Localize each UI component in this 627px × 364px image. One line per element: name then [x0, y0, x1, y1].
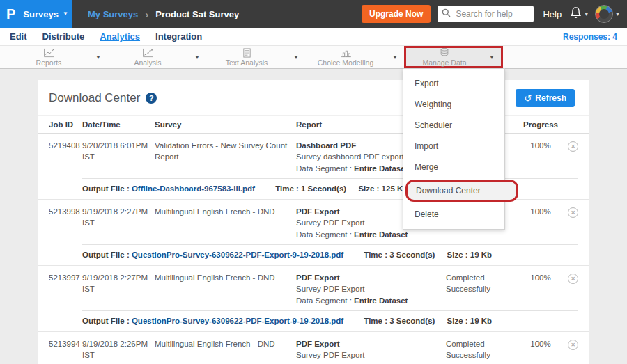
- header-survey: Survey: [155, 120, 296, 129]
- menu-item-download-center[interactable]: Download Center: [405, 180, 518, 202]
- responses-count: Responses: 4: [563, 32, 617, 42]
- breadcrumb-my-surveys[interactable]: My Surveys: [88, 9, 138, 19]
- manage-data-dropdown-caret[interactable]: [483, 48, 501, 66]
- toolbar-label: Text Analysis: [226, 58, 268, 67]
- job-time: Time : 1 Second(s): [275, 184, 346, 193]
- scatter-chart-icon: [142, 48, 154, 58]
- tab-integration[interactable]: Integration: [155, 31, 202, 42]
- tab-distribute[interactable]: Distribute: [42, 31, 85, 42]
- menu-item-import[interactable]: Import: [403, 136, 504, 157]
- search-icon: [442, 8, 451, 20]
- table-row: 5213994 9/19/2018 2:26PMIST Multilingual…: [38, 332, 589, 364]
- job-progress: 100%: [522, 272, 559, 306]
- job-survey: Multilingual English French - DND: [155, 338, 296, 364]
- job-status: Completed Successfully: [446, 338, 522, 364]
- choice-modelling-button[interactable]: Choice Modelling: [305, 46, 386, 68]
- analysis-button[interactable]: Analysis: [107, 46, 188, 68]
- download-center-panel: Download Center Refresh Job ID Date/Time…: [38, 80, 589, 364]
- refresh-button[interactable]: Refresh: [516, 89, 575, 107]
- toolbar-label: Choice Modelling: [318, 58, 374, 67]
- job-date: 9/19/2018 2:27PMIST: [82, 272, 155, 306]
- toolbar-label: Reports: [36, 58, 62, 67]
- question-circle-icon[interactable]: [146, 93, 157, 104]
- reports-button[interactable]: Reports: [8, 46, 89, 68]
- manage-data-button[interactable]: Manage Data: [406, 48, 483, 66]
- analysis-dropdown-caret[interactable]: [188, 46, 206, 68]
- circle-x-icon[interactable]: [568, 207, 578, 218]
- job-report: PDF ExportSurvey PDF ExportData Segment …: [296, 338, 446, 364]
- header-date-time: Date/Time: [82, 120, 155, 129]
- refresh-label: Refresh: [535, 93, 566, 103]
- text-document-icon: [242, 48, 252, 58]
- job-report: PDF ExportSurvey PDF ExportData Segment …: [296, 272, 446, 306]
- refresh-arrow-icon: [524, 94, 532, 103]
- output-file-row: Output File : QuestionPro-Survey-6309622…: [82, 244, 578, 265]
- table-row: 5213997 9/19/2018 2:27PMIST Multilingual…: [38, 266, 589, 332]
- table-header-row: Job ID Date/Time Survey Report Progress: [38, 115, 589, 134]
- job-progress: 100%: [522, 338, 559, 364]
- caret-down-icon: [63, 11, 68, 17]
- table-row: 5213998 9/19/2018 2:27PMIST Multilingual…: [38, 200, 589, 266]
- panel-header: Download Center Refresh: [38, 80, 589, 115]
- text-analysis-button[interactable]: Text Analysis: [206, 46, 287, 68]
- surveys-product-menu[interactable]: P Surveys: [0, 0, 72, 28]
- menu-item-weighting[interactable]: Weighting: [403, 94, 504, 115]
- job-progress: 100%: [522, 206, 559, 240]
- analytics-toolbar: Reports Analysis Text Analysis: [0, 45, 627, 69]
- job-size: Size : 19 Kb: [447, 251, 493, 259]
- tab-analytics[interactable]: Analytics: [100, 31, 140, 42]
- questionpro-app: P Surveys My Surveys Product Sat Survey …: [0, 0, 627, 364]
- search-input[interactable]: [454, 8, 532, 19]
- product-menu-label: Surveys: [23, 9, 59, 19]
- job-time: Time : 3 Second(s): [364, 317, 435, 325]
- output-file-link[interactable]: QuestionPro-Survey-6309622-PDF-Export-9-…: [132, 251, 343, 259]
- output-file-row: Output File : QuestionPro-Survey-6309622…: [82, 310, 578, 331]
- account-menu[interactable]: [595, 5, 620, 23]
- job-date: 9/19/2018 2:26PMIST: [82, 338, 155, 364]
- menu-item-export[interactable]: Export: [403, 73, 504, 94]
- job-time: Time : 3 Second(s): [364, 251, 435, 259]
- output-file-link[interactable]: Offline-Dashboard-967583-iii.pdf: [132, 184, 255, 193]
- caret-down-icon: [615, 12, 620, 17]
- circle-x-icon[interactable]: [568, 141, 578, 152]
- upgrade-now-button[interactable]: Upgrade Now: [362, 5, 431, 23]
- help-search-box[interactable]: [438, 6, 534, 22]
- job-id: 5213997: [49, 272, 82, 306]
- job-date: 9/19/2018 2:27PMIST: [82, 206, 155, 240]
- output-file-link[interactable]: QuestionPro-Survey-6309622-PDF-Export-9-…: [132, 317, 343, 325]
- job-status: Completed Successfully: [446, 272, 522, 306]
- job-size: Size : 19 Kb: [447, 317, 493, 325]
- menu-item-delete[interactable]: Delete: [403, 204, 504, 225]
- questionpro-logo-icon: P: [6, 6, 15, 22]
- job-id: 5213998: [49, 206, 82, 240]
- bell-icon: [570, 6, 582, 22]
- help-link[interactable]: Help: [543, 9, 562, 19]
- menu-item-merge[interactable]: Merge: [403, 157, 504, 177]
- page-title: Download Center: [49, 91, 140, 105]
- job-survey: Multilingual English French - DND: [155, 206, 296, 240]
- bar-chart-icon: [340, 48, 352, 58]
- menu-item-scheduler[interactable]: Scheduler: [403, 115, 504, 136]
- text-analysis-dropdown-caret[interactable]: [287, 46, 305, 68]
- choice-modelling-dropdown-caret[interactable]: [386, 46, 404, 68]
- circle-x-icon[interactable]: [568, 274, 578, 284]
- notifications-menu[interactable]: [570, 6, 589, 22]
- toolbar-label: Manage Data: [422, 58, 466, 67]
- circle-x-icon[interactable]: [568, 340, 578, 350]
- header-job-id: Job ID: [49, 120, 82, 129]
- toolbar-label: Analysis: [134, 58, 161, 67]
- toolbar-group-text-analysis: Text Analysis: [206, 46, 305, 68]
- reports-dropdown-caret[interactable]: [89, 46, 107, 68]
- toolbar-group-manage-data: Manage Data: [404, 46, 503, 68]
- toolbar-group-analysis: Analysis: [107, 46, 206, 68]
- job-date: 9/20/2018 6:01PMIST: [82, 140, 155, 174]
- header-progress: Progress: [522, 120, 559, 129]
- top-bar: P Surveys My Surveys Product Sat Survey …: [0, 0, 627, 28]
- caret-down-icon: [584, 12, 589, 17]
- toolbar-group-reports: Reports: [8, 46, 107, 68]
- line-chart-icon: [43, 48, 55, 58]
- job-id: 5213994: [49, 338, 82, 364]
- database-icon: [439, 48, 450, 58]
- manage-data-dropdown-menu: Export Weighting Scheduler Import Merge …: [403, 68, 505, 230]
- tab-edit[interactable]: Edit: [10, 31, 27, 42]
